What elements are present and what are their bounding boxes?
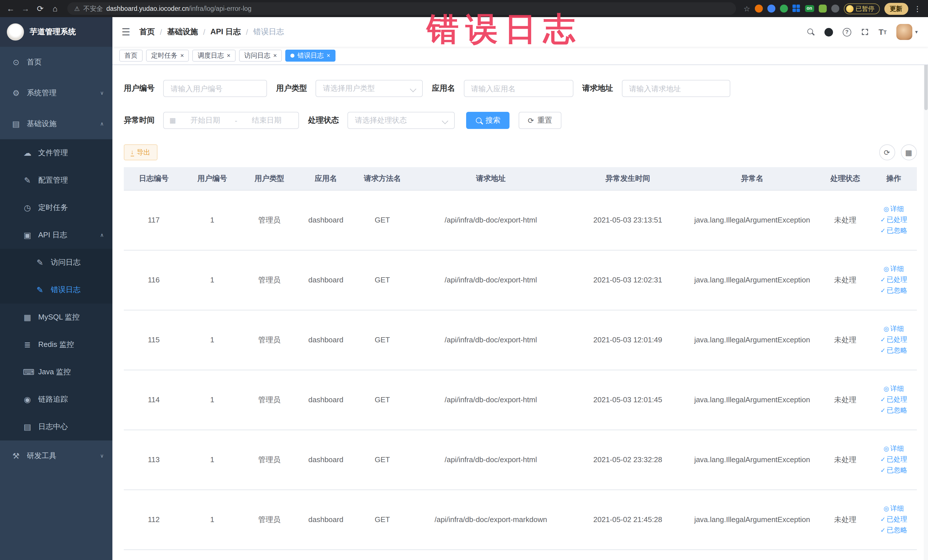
mark-ignored-link[interactable]: ✓已忽略	[873, 285, 914, 296]
mark-processed-link[interactable]: ✓已处理	[873, 275, 914, 285]
user-menu[interactable]: ▾	[896, 24, 918, 40]
table-row: 116 1 管理员 dashboard GET /api/infra/db-do…	[124, 250, 917, 310]
cell-app: dashboard	[298, 310, 354, 370]
date-range-picker[interactable]: ▦ 开始日期 - 结束日期	[163, 112, 299, 129]
extension-on-badge[interactable]: on	[805, 5, 814, 12]
breadcrumb-item[interactable]: API 日志	[211, 27, 241, 37]
sidebar-item-config-management[interactable]: ✎ 配置管理	[0, 166, 112, 194]
request-url-input[interactable]	[621, 80, 730, 97]
sidebar-item-redis-monitor[interactable]: ≣ Redis 监控	[0, 331, 112, 358]
avatar[interactable]	[896, 24, 912, 40]
security-label[interactable]: 不安全	[83, 4, 103, 13]
mark-processed-link[interactable]: ✓已处理	[873, 334, 914, 345]
tab-access-log[interactable]: 访问日志 ×	[239, 50, 282, 62]
detail-link[interactable]: ◎详细	[873, 443, 914, 454]
sidebar-item-infrastructure[interactable]: ▤ 基础设施 ∧	[0, 108, 112, 139]
check-icon: ✓	[881, 526, 885, 534]
breadcrumb-current: 错误日志	[253, 27, 284, 37]
logo[interactable]: 芋道管理系统	[0, 17, 112, 47]
reset-button[interactable]: ⟳ 重置	[519, 112, 562, 129]
user-id-input[interactable]	[163, 80, 267, 97]
tab-home[interactable]: 首页	[119, 50, 143, 62]
mark-processed-link[interactable]: ✓已处理	[873, 454, 914, 465]
filter-form-row-1: 用户编号 用户类型 请选择用户类型 应用名 请求地址	[124, 80, 917, 97]
extension-icon[interactable]	[780, 5, 788, 12]
detail-link[interactable]: ◎详细	[873, 503, 914, 514]
screenshot-annotation: 错误日志	[427, 8, 582, 51]
sidebar-item-mysql-monitor[interactable]: ▦ MySQL 监控	[0, 304, 112, 331]
close-icon[interactable]: ×	[227, 52, 230, 59]
reload-icon[interactable]: ⟳	[35, 4, 45, 13]
col-user-type: 用户类型	[241, 167, 298, 190]
extension-icon[interactable]	[754, 5, 763, 12]
extension-icon[interactable]	[831, 5, 839, 12]
mark-processed-link[interactable]: ✓已处理	[873, 215, 914, 225]
mark-processed-link[interactable]: ✓已处理	[873, 514, 914, 525]
eye-icon: ◉	[23, 395, 32, 404]
mark-processed-link[interactable]: ✓已处理	[873, 394, 914, 405]
sidebar-item-tracing[interactable]: ◉ 链路追踪	[0, 386, 112, 413]
browser-update-button[interactable]: 更新	[884, 3, 908, 15]
sidebar-item-log-center[interactable]: ▤ 日志中心	[0, 413, 112, 441]
cell-status: 未处理	[820, 250, 871, 310]
mark-ignored-link[interactable]: ✓已忽略	[873, 405, 914, 416]
eye-icon: ◎	[884, 445, 889, 452]
sidebar-item-api-log[interactable]: ▣ API 日志 ∧	[0, 221, 112, 249]
forward-icon[interactable]: →	[21, 4, 30, 13]
hamburger-icon[interactable]: ☰	[122, 26, 130, 38]
home-icon[interactable]: ⌂	[50, 4, 60, 13]
sidebar-item-scheduled-jobs[interactable]: ◷ 定时任务	[0, 194, 112, 221]
table-row: 115 1 管理员 dashboard GET /api/infra/db-do…	[124, 310, 917, 370]
breadcrumb: 首页 / 基础设施 / API 日志 / 错误日志	[139, 27, 284, 37]
sidebar-item-error-log[interactable]: ✎ 错误日志	[0, 276, 112, 304]
breadcrumb-item[interactable]: 基础设施	[167, 27, 198, 37]
sidebar-item-system[interactable]: ⚙ 系统管理 ∨	[0, 78, 112, 108]
user-type-select[interactable]: 请选择用户类型	[316, 80, 423, 97]
export-button[interactable]: ↓ 导出	[124, 144, 157, 160]
sidebar-item-dev-tools[interactable]: ⚒ 研发工具 ∨	[0, 441, 112, 471]
tab-error-log[interactable]: 错误日志 ×	[285, 50, 336, 62]
mark-ignored-link[interactable]: ✓已忽略	[873, 225, 914, 236]
browser-menu-icon[interactable]: ⋮	[913, 4, 922, 13]
fullscreen-icon[interactable]	[861, 28, 869, 36]
address-bar[interactable]: ⚠ 不安全 dashboard.yudao.iocoder.cn/infra/l…	[67, 2, 736, 15]
close-icon[interactable]: ×	[273, 52, 277, 59]
close-icon[interactable]: ×	[180, 52, 184, 59]
sidebar-item-java-monitor[interactable]: ⌨ Java 监控	[0, 358, 112, 386]
sidebar-item-file-management[interactable]: ☁ 文件管理	[0, 139, 112, 166]
mark-ignored-link[interactable]: ✓已忽略	[873, 465, 914, 476]
search-icon[interactable]	[807, 28, 815, 36]
app-name-input[interactable]	[464, 80, 573, 97]
detail-link[interactable]: ◎详细	[873, 323, 914, 334]
detail-link[interactable]: ◎详细	[873, 383, 914, 394]
github-icon[interactable]	[824, 27, 833, 36]
chevron-up-icon: ∧	[100, 232, 104, 238]
help-icon[interactable]	[843, 27, 851, 36]
tab-scheduled-jobs[interactable]: 定时任务 ×	[146, 50, 189, 62]
chevron-down-icon: ∨	[100, 453, 104, 459]
sidebar-item-home[interactable]: ⊙ 首页	[0, 47, 112, 78]
tab-schedule-log[interactable]: 调度日志 ×	[192, 50, 236, 62]
close-icon[interactable]: ×	[327, 52, 330, 59]
mark-ignored-link[interactable]: ✓已忽略	[873, 345, 914, 356]
mark-ignored-link[interactable]: ✓已忽略	[873, 525, 914, 536]
back-icon[interactable]: ←	[6, 4, 15, 13]
sidebar-item-label: Java 监控	[38, 367, 71, 377]
detail-link[interactable]: ◎详细	[873, 204, 914, 215]
breadcrumb-item[interactable]: 首页	[139, 27, 155, 37]
cell-status: 未处理	[820, 310, 871, 370]
extension-icon[interactable]	[818, 5, 826, 12]
profile-paused-badge[interactable]: 已暂停	[844, 3, 879, 14]
extension-icon[interactable]	[767, 5, 775, 12]
sidebar-item-access-log[interactable]: ✎ 访问日志	[0, 249, 112, 276]
status-select[interactable]: 请选择处理状态	[348, 112, 455, 129]
search-button[interactable]: 搜索	[466, 112, 510, 129]
bookmark-star-icon[interactable]: ☆	[743, 4, 750, 13]
sidebar-item-label: MySQL 监控	[38, 312, 79, 322]
font-size-icon[interactable]	[879, 28, 887, 36]
extension-icon[interactable]	[792, 5, 800, 12]
column-settings-button[interactable]: ▦	[901, 144, 917, 160]
detail-link[interactable]: ◎详细	[873, 264, 914, 275]
cell-url: /api/infra/db-doc/export-html	[411, 430, 571, 490]
refresh-table-button[interactable]: ⟳	[879, 144, 895, 160]
